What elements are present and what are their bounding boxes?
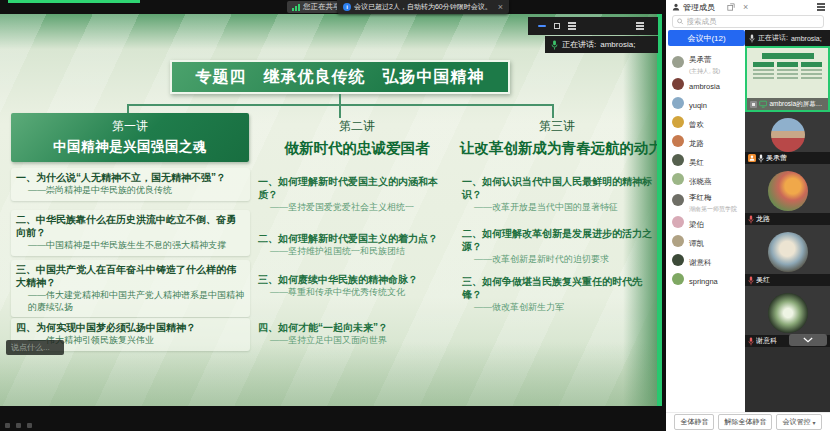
strip-filler xyxy=(745,347,830,412)
info-icon xyxy=(343,3,351,11)
column2-item: 一、如何理解新时代爱国主义的内涵和本质？ ——坚持爱国爱党爱社会主义相统一 xyxy=(258,175,456,214)
meeting-window: 您正在共享 会议已超过2人，自动转为60分钟限时会议。 × 正在讲话: ambr… xyxy=(0,0,830,431)
column3-header-line1: 第三讲 xyxy=(460,118,654,135)
chevron-down-icon xyxy=(803,337,813,343)
participant-name: 张晓燕 xyxy=(689,177,712,186)
column3-item: 一、如何认识当代中国人民最鲜明的精神标识？ ——改革开放是当代中国的显著特征 xyxy=(462,175,654,214)
participant-row[interactable]: springna xyxy=(666,269,745,288)
avatar xyxy=(672,194,684,206)
participant-avatar xyxy=(768,232,808,272)
tile-name: 吴承蕾 xyxy=(766,153,787,163)
answer-text: ——坚持爱国爱党爱社会主义相统一 xyxy=(258,202,456,214)
participant-name: 曾欢 xyxy=(689,120,704,129)
menu-icon[interactable] xyxy=(568,25,576,27)
preview-title-bar xyxy=(762,53,814,59)
video-tile[interactable]: 谢意科 xyxy=(745,286,830,347)
person-icon xyxy=(672,3,680,11)
unmute-all-button[interactable]: 解除全体静音 xyxy=(718,414,772,430)
tile-label: 龙路 xyxy=(745,213,830,225)
meeting-control-button[interactable]: 会议管控 ▾ xyxy=(776,414,821,430)
speaking-name: ambrosia; xyxy=(791,35,822,42)
toast-close-icon[interactable]: × xyxy=(498,3,503,12)
close-icon[interactable]: × xyxy=(743,3,748,12)
share-border-right xyxy=(657,14,662,406)
column1-item: 三、中国共产党人在百年奋斗中铸造了什么样的伟大精神？ ——伟大建党精神和中国共产… xyxy=(11,260,250,317)
question-text: 三、如何赓续中华民族的精神命脉？ xyxy=(258,273,456,286)
avatar xyxy=(672,235,684,247)
answer-text: ——做改革创新生力军 xyxy=(462,302,654,314)
host-tile-label: 吴承蕾 xyxy=(745,152,830,164)
connector-line xyxy=(339,104,341,118)
presentation-slide: 专题四 继承优良传统 弘扬中国精神 第一讲 中国精神是兴国强国之魂 一、为什么说… xyxy=(0,14,657,406)
taskbar-icons xyxy=(5,423,32,428)
question-text: 四、为何实现中国梦必须弘扬中国精神？ xyxy=(16,321,245,334)
participant-name: yuqin xyxy=(689,101,707,110)
column3-header-line2: 让改革创新成为青春远航的动力 xyxy=(460,139,654,158)
video-tile-host[interactable]: 吴承蕾 xyxy=(745,112,830,164)
chat-input[interactable]: 说点什么... xyxy=(6,340,64,355)
participant-name: ambrosia xyxy=(689,82,720,91)
search-input[interactable] xyxy=(687,17,819,26)
participant-row[interactable]: yuqin xyxy=(666,93,745,112)
participant-name: 谭凯 xyxy=(689,239,704,248)
participant-row[interactable]: 李红梅 湖南第一师范学院 xyxy=(666,188,745,212)
host-badge-icon xyxy=(748,154,756,162)
question-text: 二、如何理解改革创新是发展进步的活力之源？ xyxy=(462,227,654,253)
participant-row[interactable]: 梁伯 xyxy=(666,212,745,231)
connector-line xyxy=(552,104,554,118)
slide-bottom-gradient xyxy=(0,342,657,406)
microphone-icon xyxy=(749,34,755,43)
participant-row[interactable]: ambrosia xyxy=(666,74,745,93)
meeting-limit-toast: 会议已超过2人，自动转为60分钟限时会议。 × xyxy=(337,0,509,14)
avatar xyxy=(672,135,684,147)
participant-name: 龙路 xyxy=(689,139,704,148)
participant-row[interactable]: 谭凯 xyxy=(666,231,745,250)
avatar xyxy=(672,97,684,109)
video-strip: ambrosia的屏幕共享 吴承蕾 xyxy=(745,46,830,412)
answer-text: ——伟大建党精神和中国共产党人精神谱系是中国精神的赓续弘扬 xyxy=(16,290,245,313)
participant-row[interactable]: 吴承蕾 (主持人, 我) xyxy=(666,50,745,74)
avatar xyxy=(672,173,684,185)
column2-item: 二、如何理解新时代爱国主义的着力点？ ——坚持维护祖国统一和民族团结 xyxy=(258,232,456,258)
signal-bars-icon xyxy=(292,4,300,11)
caret-down-icon: ▾ xyxy=(812,419,815,426)
participant-row[interactable]: 谢意科 xyxy=(666,250,745,269)
participant-name: 谢意科 xyxy=(689,258,712,267)
member-panel: 管理成员 × 会议中(12) 正在讲话: xyxy=(666,0,830,431)
list-menu-icon[interactable] xyxy=(636,25,644,27)
column1-header-line2: 中国精神是兴国强国之魂 xyxy=(11,138,249,156)
minimize-icon[interactable] xyxy=(538,25,546,27)
video-tile[interactable]: 吴红 xyxy=(745,225,830,286)
screen-share-preview-tile[interactable]: ambrosia的屏幕共享 xyxy=(745,46,830,112)
participant-name: 李红梅 xyxy=(689,193,712,202)
column1-item: 二、中华民族靠什么在历史洪流中屹立不倒、奋勇向前？ ——中国精神是中华民族生生不… xyxy=(11,210,250,256)
video-tile[interactable]: 龙路 xyxy=(745,164,830,225)
member-panel-footer: 全体静音 解除全体静音 会议管控 ▾ xyxy=(666,412,830,431)
column1-header-line1: 第一讲 xyxy=(11,118,249,135)
floating-controls-bar xyxy=(528,17,658,35)
search-box[interactable] xyxy=(672,15,824,28)
member-panel-body: 吴承蕾 (主持人, 我) ambrosia yuqin 曾欢 龙路 xyxy=(666,46,830,412)
participant-row[interactable]: 曾欢 xyxy=(666,112,745,131)
connector-line xyxy=(127,104,129,113)
speaking-indicator-overlay: 正在讲话: ambrosia; xyxy=(545,36,658,53)
participant-name: 吴红 xyxy=(689,158,704,167)
answer-text: ——坚持立足中国又面向世界 xyxy=(258,335,456,347)
mute-all-button[interactable]: 全体静音 xyxy=(674,414,714,430)
avatar xyxy=(672,216,684,228)
question-text: 一、为什么说“人无精神不立，国无精神不强”？ xyxy=(16,171,245,184)
share-border-top xyxy=(8,0,140,3)
popout-icon[interactable] xyxy=(727,3,735,11)
participant-row[interactable]: 龙路 xyxy=(666,131,745,150)
answer-text: ——崇尚精神是中华民族的优良传统 xyxy=(16,185,245,197)
microphone-muted-icon xyxy=(748,276,754,285)
collapse-strip-button[interactable] xyxy=(789,334,827,346)
avatar xyxy=(672,254,684,266)
microphone-icon xyxy=(758,154,764,163)
question-text: 二、如何理解新时代爱国主义的着力点？ xyxy=(258,232,456,245)
participant-row[interactable]: 吴红 xyxy=(666,150,745,169)
more-menu-icon[interactable] xyxy=(817,6,825,8)
maximize-icon[interactable] xyxy=(554,23,560,29)
tab-in-meeting[interactable]: 会议中(12) xyxy=(668,30,745,46)
tile-name: 吴红 xyxy=(756,275,770,285)
